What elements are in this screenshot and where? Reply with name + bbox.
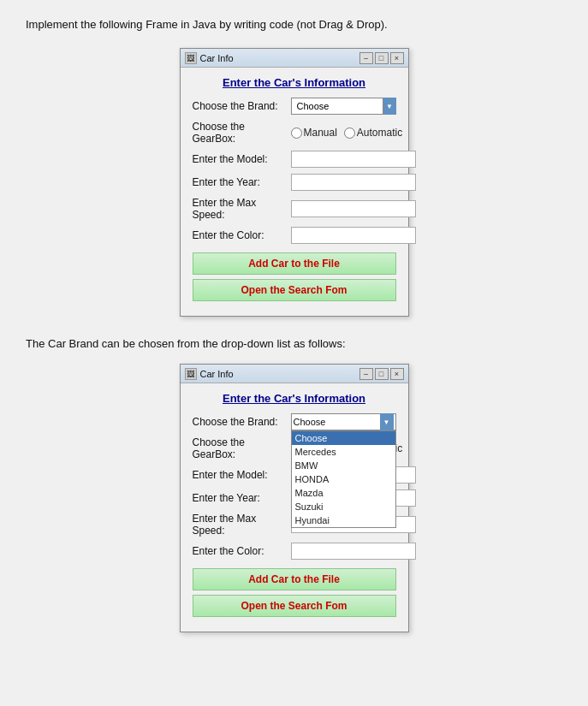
color-input[interactable] <box>291 227 416 244</box>
title-bar-controls-1: – □ × <box>359 52 404 64</box>
gearbox-manual-label: Manual <box>304 127 337 139</box>
brand-dropdown-list[interactable]: Choose Mercedes BMW HONDA Mazda Suzuki H… <box>291 430 396 528</box>
dropdown-item-mercedes[interactable]: Mercedes <box>292 445 395 459</box>
maximize-button-1[interactable]: □ <box>375 52 389 64</box>
close-button-1[interactable]: × <box>390 52 404 64</box>
year-input[interactable] <box>291 174 416 191</box>
brand-dropdown-selected[interactable]: Choose ▼ <box>291 413 396 430</box>
minimize-button-1[interactable]: – <box>359 52 373 64</box>
maxspeed-label-2: Enter the Max Speed: <box>193 513 291 537</box>
brand-dropdown-container[interactable]: Choose ▼ Choose Mercedes BMW HONDA Mazda… <box>291 413 396 430</box>
dropdown-item-mazda[interactable]: Mazda <box>292 486 395 500</box>
window-title-1: Car Info <box>200 53 234 63</box>
instruction-text-1: Implement the following Frame in Java by… <box>26 17 562 33</box>
minimize-button-2[interactable]: – <box>359 368 373 380</box>
form-title-2: Enter the Car's Information <box>193 392 396 405</box>
maxspeed-input[interactable] <box>291 200 416 217</box>
year-label: Enter the Year: <box>193 176 291 188</box>
brand-dropdown-arrow: ▼ <box>380 413 394 430</box>
window-body-2: Enter the Car's Information Choose the B… <box>181 383 408 632</box>
brand-select-wrapper[interactable]: Choose Mercedes BMW HONDA Mazda Suzuki H… <box>291 98 396 115</box>
title-bar-left-1: 🖼 Car Info <box>185 52 234 64</box>
brand-select[interactable]: Choose Mercedes BMW HONDA Mazda Suzuki H… <box>291 98 396 115</box>
gearbox-automatic-item: Automatic <box>344 127 402 139</box>
model-input[interactable] <box>291 151 416 168</box>
model-row: Enter the Model: <box>193 151 396 168</box>
instruction-text-2: The Car Brand can be chosen from the dro… <box>26 337 562 350</box>
gearbox-manual-radio[interactable] <box>291 128 302 139</box>
window-wrapper-2: 🖼 Car Info – □ × Enter the Car's Informa… <box>26 364 562 632</box>
dropdown-item-suzuki[interactable]: Suzuki <box>292 500 395 513</box>
brand-row-2: Choose the Brand: Choose ▼ Choose Merced… <box>193 413 396 430</box>
model-label-2: Enter the Model: <box>193 469 291 481</box>
dropdown-item-honda[interactable]: HONDA <box>292 472 395 486</box>
gearbox-radio-group: Manual Automatic <box>291 127 403 139</box>
color-row: Enter the Color: <box>193 227 396 244</box>
car-info-window-1: 🖼 Car Info – □ × Enter the Car's Informa… <box>180 48 409 317</box>
title-bar-1: 🖼 Car Info – □ × <box>181 49 408 68</box>
color-label-2: Enter the Color: <box>193 545 291 557</box>
color-input-2[interactable] <box>291 543 416 560</box>
model-label: Enter the Model: <box>193 153 291 165</box>
gearbox-automatic-label: Automatic <box>357 127 402 139</box>
open-search-button-2[interactable]: Open the Search Fom <box>193 595 396 617</box>
window-icon-2: 🖼 <box>185 368 197 380</box>
brand-selected-text: Choose <box>294 417 326 427</box>
buttons-area-1: Add Car to the File Open the Search Fom <box>193 252 396 301</box>
maximize-button-2[interactable]: □ <box>375 368 389 380</box>
dropdown-item-bmw[interactable]: BMW <box>292 459 395 472</box>
dropdown-arrow-icon: ▼ <box>383 418 390 426</box>
maxspeed-row: Enter the Max Speed: <box>193 197 396 221</box>
car-info-window-2: 🖼 Car Info – □ × Enter the Car's Informa… <box>180 364 409 632</box>
gearbox-row: Choose the GearBox: Manual Automatic <box>193 121 396 145</box>
add-car-button-1[interactable]: Add Car to the File <box>193 252 396 275</box>
year-label-2: Enter the Year: <box>193 492 291 504</box>
window-title-2: Car Info <box>200 369 234 379</box>
gearbox-manual-item: Manual <box>291 127 337 139</box>
open-search-button-1[interactable]: Open the Search Fom <box>193 279 396 301</box>
brand-label: Choose the Brand: <box>193 100 291 112</box>
window-icon-1: 🖼 <box>185 52 197 64</box>
color-label: Enter the Color: <box>193 229 291 241</box>
brand-label-2: Choose the Brand: <box>193 416 291 428</box>
color-row-2: Enter the Color: <box>193 543 396 560</box>
title-bar-controls-2: – □ × <box>359 368 404 380</box>
title-bar-left-2: 🖼 Car Info <box>185 368 234 380</box>
buttons-area-2: Add Car to the File Open the Search Fom <box>193 568 396 617</box>
dropdown-item-choose[interactable]: Choose <box>292 431 395 445</box>
gearbox-automatic-radio[interactable] <box>344 128 355 139</box>
gearbox-label: Choose the GearBox: <box>193 121 291 145</box>
gearbox-label-2: Choose the GearBox: <box>193 436 291 460</box>
add-car-button-2[interactable]: Add Car to the File <box>193 568 396 590</box>
close-button-2[interactable]: × <box>390 368 404 380</box>
dropdown-item-hyundai[interactable]: Hyundai <box>292 513 395 527</box>
year-row: Enter the Year: <box>193 174 396 191</box>
title-bar-2: 🖼 Car Info – □ × <box>181 365 408 383</box>
brand-row: Choose the Brand: Choose Mercedes BMW HO… <box>193 98 396 115</box>
window-wrapper-1: 🖼 Car Info – □ × Enter the Car's Informa… <box>26 48 562 317</box>
form-title-1: Enter the Car's Information <box>193 76 396 89</box>
window-body-1: Enter the Car's Information Choose the B… <box>181 68 408 316</box>
maxspeed-label: Enter the Max Speed: <box>193 197 291 221</box>
